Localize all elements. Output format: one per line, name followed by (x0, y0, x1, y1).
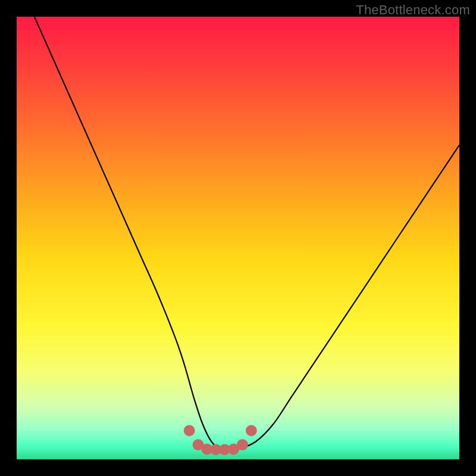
bottleneck-chart (17, 17, 459, 459)
bottom-marker (184, 425, 195, 436)
bottom-marker (246, 425, 257, 436)
plot-area (17, 17, 459, 459)
gradient-background (17, 17, 459, 459)
bottom-marker (237, 439, 248, 450)
chart-frame: TheBottleneck.com (0, 0, 476, 476)
watermark-text: TheBottleneck.com (356, 2, 470, 18)
